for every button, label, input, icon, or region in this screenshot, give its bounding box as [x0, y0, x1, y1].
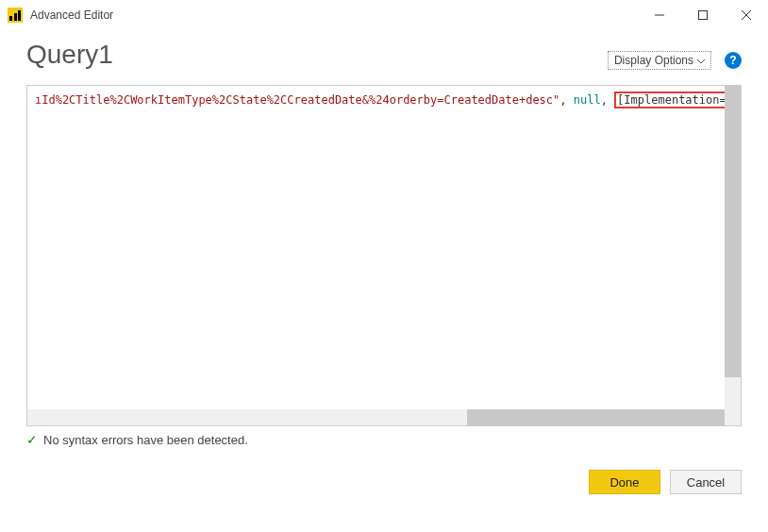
minimize-button[interactable]	[638, 0, 681, 30]
done-button[interactable]: Done	[589, 470, 660, 494]
highlighted-implementation: [Implementation="2.0"])	[614, 91, 741, 108]
query-title: Query1	[26, 40, 113, 70]
horizontal-scrollbar[interactable]	[27, 409, 725, 425]
window-controls	[638, 0, 768, 30]
close-button[interactable]	[725, 0, 768, 30]
display-options-label: Display Options	[614, 54, 693, 67]
code-comma2: ,	[601, 93, 614, 107]
status-bar: ✓ No syntax errors have been detected.	[26, 432, 742, 447]
code-content[interactable]: ıId%2CTitle%2CWorkItemType%2CState%2CCre…	[27, 86, 741, 425]
vertical-scrollbar-thumb[interactable]	[725, 86, 741, 377]
horizontal-scrollbar-thumb[interactable]	[467, 409, 725, 425]
header-right: Display Options ?	[608, 51, 742, 70]
display-options-dropdown[interactable]: Display Options	[608, 51, 711, 70]
code-comma: ,	[559, 93, 573, 107]
maximize-button[interactable]	[681, 0, 725, 30]
vertical-scrollbar[interactable]	[725, 86, 741, 409]
checkmark-icon: ✓	[26, 432, 38, 447]
titlebar: Advanced Editor	[0, 0, 768, 30]
cancel-button[interactable]: Cancel	[670, 470, 742, 494]
scroll-corner	[725, 409, 741, 425]
help-icon[interactable]: ?	[725, 52, 742, 69]
header: Query1 Display Options ?	[0, 30, 768, 77]
powerbi-icon	[8, 8, 23, 23]
chevron-down-icon	[697, 54, 705, 67]
code-string-segment: ıId%2CTitle%2CWorkItemType%2CState%2CCre…	[35, 93, 559, 107]
status-message: No syntax errors have been detected.	[43, 433, 248, 447]
svg-rect-1	[699, 11, 708, 20]
code-editor[interactable]: ıId%2CTitle%2CWorkItemType%2CState%2CCre…	[26, 85, 742, 426]
footer: Done Cancel	[0, 447, 768, 494]
code-null: null	[574, 93, 601, 107]
window-title: Advanced Editor	[30, 8, 638, 22]
